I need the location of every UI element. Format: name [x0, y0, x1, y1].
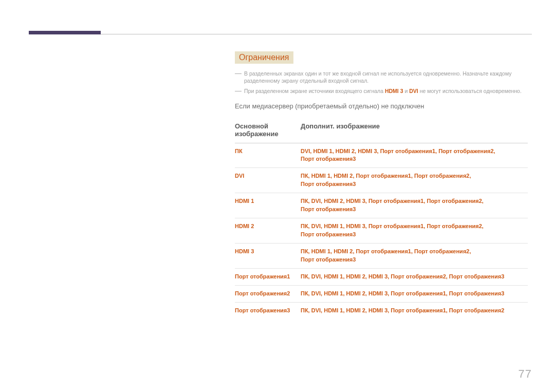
- cell-compatible: ПК, HDMI 1, HDMI 2, Порт отображения1, П…: [301, 244, 528, 269]
- cell-compatible: ПК, DVI, HDMI 2, HDMI 3, Порт отображени…: [301, 193, 528, 218]
- header-line: Основной: [235, 122, 268, 130]
- table-row: HDMI 3 ПК, HDMI 1, HDMI 2, Порт отображе…: [235, 244, 528, 269]
- cell-line: ПК, HDMI 1, HDMI 2, Порт отображения1, П…: [301, 173, 471, 179]
- table-row: Порт отображения3 ПК, DVI, HDMI 1, HDMI …: [235, 302, 528, 319]
- table-row: HDMI 2 ПК, DVI, HDMI 1, HDMI 3, Порт ото…: [235, 218, 528, 244]
- header-line: изображение: [235, 130, 279, 138]
- table-row: Порт отображения2 ПК, DVI, HDMI 1, HDMI …: [235, 285, 528, 302]
- cell-compatible: ПК, DVI, HDMI 1, HDMI 2, HDMI 3, Порт от…: [301, 302, 528, 319]
- bullet-highlight: DVI: [409, 88, 418, 94]
- top-rule: [29, 34, 532, 34]
- cell-source: Порт отображения3: [235, 302, 301, 319]
- table-row: Порт отображения1 ПК, DVI, HDMI 1, HDMI …: [235, 268, 528, 285]
- content-area: Ограничения ― В разделенных экранах один…: [235, 51, 528, 319]
- cell-line: ПК, HDMI 1, HDMI 2, Порт отображения1, П…: [301, 248, 471, 254]
- cell-line: Порт отображения3: [301, 206, 356, 212]
- cell-source: DVI: [235, 168, 301, 193]
- cell-source: HDMI 3: [235, 244, 301, 269]
- bullet-text: При разделенном экране источники входяще…: [244, 87, 528, 95]
- restriction-bullets: ― В разделенных экранах один и тот же вх…: [235, 70, 528, 95]
- section-title: Ограничения: [235, 51, 293, 64]
- table-header-row: Основной изображение Дополнит. изображен…: [235, 119, 528, 143]
- cell-line: Порт отображения3: [301, 156, 356, 162]
- bullet-text-part: не могут использоваться одновременно.: [418, 88, 522, 94]
- page-number: 77: [519, 367, 532, 381]
- table-row: ПК DVI, HDMI 1, HDMI 2, HDMI 3, Порт ото…: [235, 143, 528, 168]
- cell-compatible: ПК, DVI, HDMI 1, HDMI 2, HDMI 3, Порт от…: [301, 285, 528, 302]
- bullet-item: ― В разделенных экранах один и тот же вх…: [235, 70, 528, 84]
- cell-line: ПК, DVI, HDMI 2, HDMI 3, Порт отображени…: [301, 198, 484, 204]
- bullet-dash-icon: ―: [235, 87, 244, 95]
- cell-source: HDMI 1: [235, 193, 301, 218]
- table-row: DVI ПК, HDMI 1, HDMI 2, Порт отображения…: [235, 168, 528, 193]
- cell-source: Порт отображения1: [235, 268, 301, 285]
- table-row: HDMI 1 ПК, DVI, HDMI 2, HDMI 3, Порт ото…: [235, 193, 528, 218]
- bullet-item: ― При разделенном экране источники входя…: [235, 87, 528, 95]
- bullet-dash-icon: ―: [235, 70, 244, 84]
- cell-source: HDMI 2: [235, 218, 301, 244]
- cell-compatible: ПК, DVI, HDMI 1, HDMI 2, HDMI 3, Порт от…: [301, 268, 528, 285]
- page: Ограничения ― В разделенных экранах один…: [0, 0, 555, 392]
- compatibility-table: Основной изображение Дополнит. изображен…: [235, 119, 528, 319]
- table-body: ПК DVI, HDMI 1, HDMI 2, HDMI 3, Порт ото…: [235, 143, 528, 319]
- bullet-highlight: HDMI 3: [385, 88, 403, 94]
- cell-line: Порт отображения3: [301, 181, 356, 187]
- header-accent-bar: [29, 31, 101, 34]
- cell-line: DVI, HDMI 1, HDMI 2, HDMI 3, Порт отобра…: [301, 148, 495, 154]
- bullet-text-part: и: [403, 88, 410, 94]
- cell-source: ПК: [235, 143, 301, 168]
- table-header-main-display: Основной изображение: [235, 119, 301, 143]
- bullet-text: В разделенных экранах один и тот же вход…: [244, 70, 528, 84]
- cell-compatible: ПК, DVI, HDMI 1, HDMI 3, Порт отображени…: [301, 218, 528, 244]
- bullet-text-part: При разделенном экране источники входяще…: [244, 88, 385, 94]
- table-header-sub-display: Дополнит. изображение: [301, 119, 528, 143]
- cell-line: Порт отображения3: [301, 231, 356, 237]
- cell-line: Порт отображения3: [301, 256, 356, 263]
- cell-source: Порт отображения2: [235, 285, 301, 302]
- cell-compatible: ПК, HDMI 1, HDMI 2, Порт отображения1, П…: [301, 168, 528, 193]
- cell-line: ПК, DVI, HDMI 1, HDMI 3, Порт отображени…: [301, 223, 484, 229]
- condition-text: Если медиасервер (приобретаемый отдельно…: [235, 102, 528, 110]
- cell-compatible: DVI, HDMI 1, HDMI 2, HDMI 3, Порт отобра…: [301, 143, 528, 168]
